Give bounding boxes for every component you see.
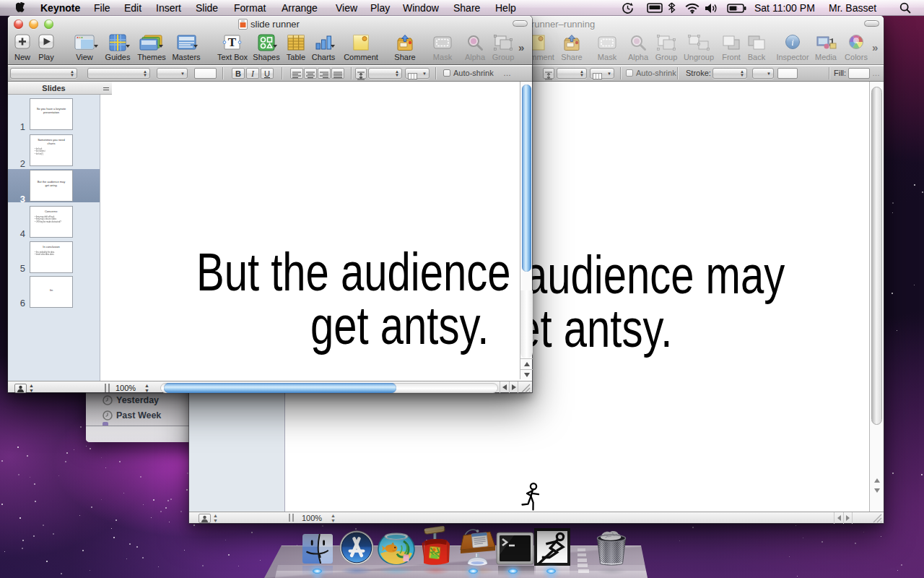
svg-text:T: T (228, 35, 237, 49)
svg-text:i: i (791, 37, 794, 48)
